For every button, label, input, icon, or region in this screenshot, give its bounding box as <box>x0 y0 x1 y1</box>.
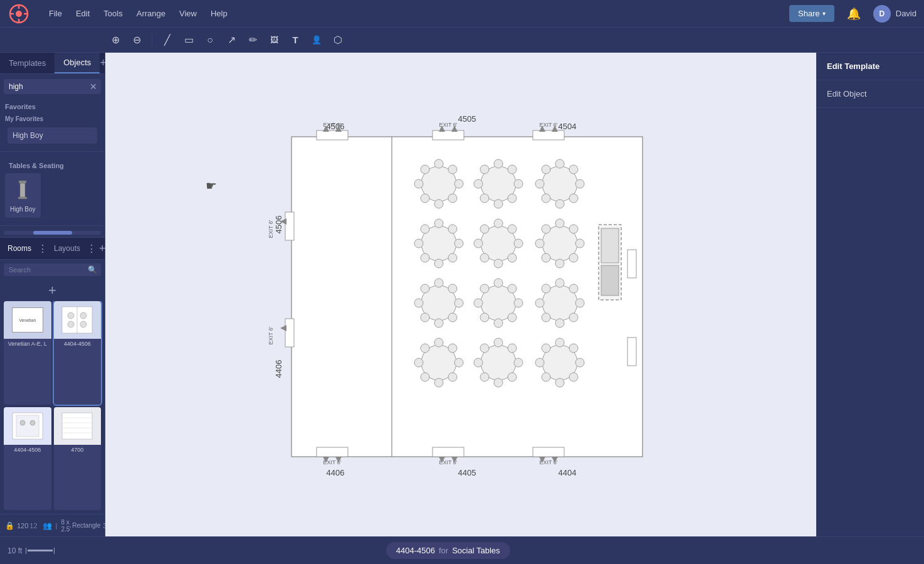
tab-templates[interactable]: Templates <box>0 53 55 73</box>
svg-point-171 <box>542 373 550 381</box>
notification-icon[interactable]: 🔔 <box>847 7 861 21</box>
toolbar: ⊕ ⊖ ╱ ▭ ○ ↗ ✏ 🖼 T 👤 ⬡ <box>0 28 924 53</box>
svg-rect-42 <box>533 130 564 140</box>
menu-edit[interactable]: Edit <box>75 6 91 21</box>
menu-arrange[interactable]: Arrange <box>135 6 167 21</box>
svg-point-89 <box>555 200 564 208</box>
svg-text:4505: 4505 <box>458 114 476 124</box>
svg-point-126 <box>421 313 429 322</box>
svg-rect-24 <box>291 137 643 457</box>
edit-object-button[interactable]: Edit Object <box>817 80 924 108</box>
svg-point-162 <box>480 373 489 381</box>
layouts-search-input[interactable] <box>4 263 101 276</box>
left-panel: Templates Objects + ✕ Favorites My Favor… <box>0 53 105 536</box>
svg-point-101 <box>421 225 429 233</box>
svg-point-113 <box>569 225 578 233</box>
svg-point-151 <box>448 373 457 381</box>
scale-label: 10 ft <box>8 546 22 555</box>
svg-point-161 <box>494 378 503 387</box>
layout-venetian[interactable]: Venetian Venetian A-E, L <box>4 301 51 405</box>
favorites-section-title: Favorites <box>0 99 105 113</box>
svg-point-114 <box>575 239 584 248</box>
tab-objects[interactable]: Objects <box>55 53 100 73</box>
user-area[interactable]: D David <box>873 5 916 23</box>
svg-text:4506: 4506 <box>274 215 283 233</box>
svg-point-145 <box>535 299 544 307</box>
arrow-tool-button[interactable]: ↗ <box>223 31 240 49</box>
svg-point-94 <box>434 219 443 228</box>
right-panel: Edit Template Edit Object <box>816 53 924 536</box>
svg-point-103 <box>494 219 503 228</box>
svg-point-86 <box>569 165 578 174</box>
layout-4404-4506-b[interactable]: 4404-4506 <box>4 407 51 511</box>
floor-plan: 4506 4505 4504 4406 4405 4404 4506 4406 … <box>254 99 668 491</box>
layout-4404-4506[interactable]: 4404-4506 <box>54 301 102 405</box>
svg-point-79 <box>508 194 517 203</box>
svg-point-125 <box>434 319 443 327</box>
ellipse-tool-button[interactable]: ○ <box>201 31 219 49</box>
avatar: D <box>873 5 891 23</box>
svg-point-118 <box>535 239 544 248</box>
svg-point-130 <box>494 279 503 287</box>
image-tool-button[interactable]: 🖼 <box>265 31 283 49</box>
layouts-dots-menu[interactable]: ⋮ <box>84 243 99 255</box>
svg-point-106 <box>508 253 517 262</box>
rect-tool-button[interactable]: ▭ <box>180 31 197 49</box>
svg-point-80 <box>494 200 503 208</box>
for-label: for <box>439 546 448 555</box>
share-chevron-icon: ▾ <box>822 10 826 17</box>
zoom-in-button[interactable]: ⊕ <box>107 31 124 49</box>
status-bar-bottom: 🔒 120 12 👥 | 8 x 2.5' Rectangle 3 <box>0 514 105 536</box>
svg-rect-34 <box>317 130 348 140</box>
svg-rect-176 <box>601 265 619 295</box>
edit-template-button[interactable]: Edit Template <box>817 53 924 80</box>
rooms-layouts-bar: Rooms ⋮ Layouts ⋮ + <box>0 237 105 260</box>
shape-tool-button[interactable]: ⬡ <box>329 31 347 49</box>
person-tool-button[interactable]: 👤 <box>308 31 325 49</box>
menu-items: File Edit Tools Arrange View Help <box>48 6 229 21</box>
line-tool-button[interactable]: ╱ <box>159 31 176 49</box>
svg-point-82 <box>474 179 483 188</box>
svg-point-121 <box>434 279 443 287</box>
svg-text:4405: 4405 <box>458 468 476 477</box>
text-tool-button[interactable]: T <box>286 31 304 49</box>
svg-rect-61 <box>285 319 294 347</box>
menu-file[interactable]: File <box>48 6 63 21</box>
svg-point-14 <box>80 321 87 327</box>
pen-tool-button[interactable]: ✏ <box>244 31 261 49</box>
svg-point-112 <box>555 219 564 228</box>
main-area: Templates Objects + ✕ Favorites My Favor… <box>0 53 924 536</box>
high-boy-object[interactable]: High Boy <box>5 173 41 218</box>
zoom-out-button[interactable]: ⊖ <box>128 31 145 49</box>
svg-text:EXIT 6': EXIT 6' <box>268 326 274 344</box>
svg-point-133 <box>508 313 517 322</box>
menu-help[interactable]: Help <box>209 6 229 21</box>
svg-point-88 <box>569 194 578 203</box>
svg-point-166 <box>555 338 564 347</box>
rooms-tab[interactable]: Rooms <box>4 242 35 255</box>
high-boy-favorite[interactable]: High Boy <box>8 127 97 144</box>
svg-text:4406: 4406 <box>274 359 283 378</box>
svg-rect-50 <box>433 447 464 457</box>
svg-point-83 <box>480 165 489 174</box>
search-input[interactable] <box>4 79 101 94</box>
search-clear-icon[interactable]: ✕ <box>90 82 97 92</box>
add-room-button[interactable]: + <box>48 282 56 298</box>
svg-point-77 <box>508 165 517 174</box>
canvas-area[interactable]: ☛ 4506 4505 4504 4406 4405 4404 4506 440… <box>105 53 816 536</box>
high-boy-icon <box>10 178 35 203</box>
layouts-tab[interactable]: Layouts <box>50 242 84 255</box>
divider-1 <box>0 151 105 152</box>
layout-4700[interactable]: 4700 <box>54 407 102 511</box>
svg-point-110 <box>480 225 489 233</box>
hand-cursor-icon: ☛ <box>206 178 217 193</box>
svg-marker-63 <box>280 325 286 331</box>
floor-count2: 12 <box>29 522 37 529</box>
menu-tools[interactable]: Tools <box>102 6 123 21</box>
svg-rect-58 <box>285 212 294 240</box>
add-layout-button[interactable]: + <box>99 242 106 255</box>
svg-point-117 <box>542 253 550 262</box>
rooms-dots-menu[interactable]: ⋮ <box>35 243 50 255</box>
share-button[interactable]: Share ▾ <box>789 5 834 22</box>
menu-view[interactable]: View <box>178 6 198 21</box>
